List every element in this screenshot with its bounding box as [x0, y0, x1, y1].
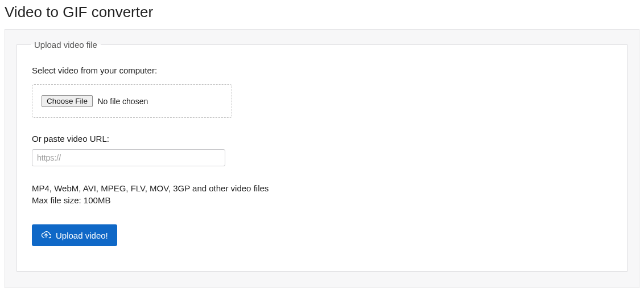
file-status-text: No file chosen: [98, 97, 148, 106]
cloud-upload-icon: [41, 230, 51, 240]
upload-button-label: Upload video!: [56, 231, 108, 240]
choose-file-button[interactable]: Choose File: [42, 95, 93, 107]
upload-panel: Upload video file Select video from your…: [5, 29, 639, 288]
fieldset-legend: Upload video file: [31, 40, 101, 50]
file-drop-area[interactable]: Choose File No file chosen: [32, 84, 232, 118]
video-url-input[interactable]: [32, 149, 225, 166]
select-video-label: Select video from your computer:: [32, 65, 612, 75]
upload-video-button[interactable]: Upload video!: [32, 224, 117, 246]
supported-formats-text: MP4, WebM, AVI, MPEG, FLV, MOV, 3GP and …: [32, 183, 612, 193]
max-file-size-text: Max file size: 100MB: [32, 195, 612, 205]
url-label: Or paste video URL:: [32, 134, 612, 144]
page-title: Video to GIF converter: [5, 3, 639, 21]
upload-fieldset: Upload video file Select video from your…: [16, 40, 628, 272]
